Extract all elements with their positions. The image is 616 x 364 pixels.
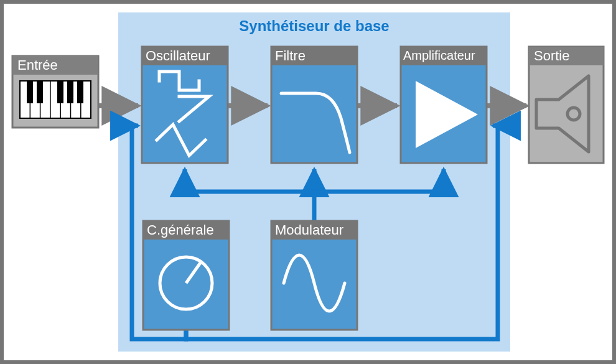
block-amplifier: Amplificateur: [401, 47, 487, 163]
block-filter: Filtre: [271, 47, 357, 163]
block-oscillator: Oscillateur: [142, 47, 228, 163]
block-input: Entrée: [12, 56, 98, 128]
svg-rect-13: [67, 81, 73, 103]
block-modulator: Modulateur: [271, 221, 357, 330]
block-global: C.générale: [143, 221, 229, 330]
svg-text:Amplificateur: Amplificateur: [403, 49, 475, 62]
svg-rect-12: [57, 81, 63, 103]
svg-rect-11: [37, 81, 43, 103]
svg-rect-10: [27, 81, 33, 103]
svg-text:Sortie: Sortie: [534, 48, 569, 63]
block-output: Sortie: [529, 47, 604, 163]
svg-text:Filtre: Filtre: [275, 48, 306, 63]
svg-text:C.générale: C.générale: [147, 222, 214, 238]
synth-diagram: Synthétiseur de base Entrée: [0, 0, 616, 364]
keyboard-icon: [20, 81, 91, 118]
svg-text:Oscillateur: Oscillateur: [146, 48, 210, 63]
svg-rect-14: [77, 81, 83, 103]
svg-text:Entrée: Entrée: [17, 57, 58, 73]
diagram-title: Synthétiseur de base: [239, 17, 389, 34]
svg-text:Modulateur: Modulateur: [275, 222, 343, 238]
